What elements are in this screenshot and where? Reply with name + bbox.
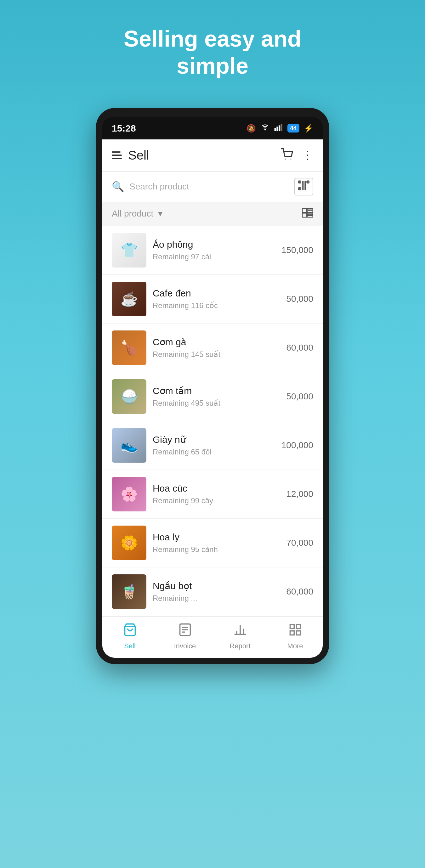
product-name-hoa-cuc: Hoa cúc bbox=[153, 483, 280, 494]
more-nav-icon bbox=[289, 623, 302, 640]
sell-nav-icon bbox=[123, 623, 137, 640]
filter-label: All product bbox=[112, 209, 153, 219]
product-item-com-ga[interactable]: 🍗Cơm gàRemaining 145 suất60,000 bbox=[102, 323, 323, 372]
product-image-com-tam: 🍚 bbox=[112, 379, 146, 414]
product-remaining-ngau-bot: Remaining ... bbox=[153, 594, 280, 603]
svg-rect-18 bbox=[307, 208, 313, 210]
product-price-com-ga: 60,000 bbox=[286, 343, 313, 353]
svg-rect-4 bbox=[280, 124, 282, 131]
product-item-ngau-bot[interactable]: 🧋Ngầu bọtRemaining ...60,000 bbox=[102, 567, 323, 616]
wifi-icon bbox=[260, 124, 270, 133]
product-remaining-hoa-cuc: Remaining 99 cây bbox=[153, 496, 280, 505]
mute-icon: 🔕 bbox=[246, 124, 256, 133]
product-name-ao-phong: Áo phông bbox=[153, 239, 275, 250]
barcode-scanner-icon[interactable] bbox=[294, 178, 313, 195]
bottom-navigation: Sell Invoice bbox=[102, 616, 323, 658]
status-time: 15:28 bbox=[112, 123, 136, 134]
product-image-ngau-bot: 🧋 bbox=[112, 575, 146, 609]
svg-point-0 bbox=[264, 129, 266, 131]
svg-rect-32 bbox=[290, 624, 294, 628]
product-info-cafe-den: Cafe đenRemaining 116 cốc bbox=[153, 288, 280, 310]
product-info-com-ga: Cơm gàRemaining 145 suất bbox=[153, 336, 280, 359]
product-name-hoa-ly: Hoa ly bbox=[153, 532, 280, 542]
product-image-hoa-ly: 🌼 bbox=[112, 526, 146, 560]
search-placeholder: Search product bbox=[129, 182, 189, 192]
product-name-cafe-den: Cafe đen bbox=[153, 288, 280, 299]
nav-item-sell[interactable]: Sell bbox=[102, 617, 157, 658]
product-image-hoa-cuc: 🌸 bbox=[112, 477, 146, 512]
product-price-hoa-ly: 70,000 bbox=[286, 538, 313, 548]
product-image-giay-nu: 👟 bbox=[112, 428, 146, 463]
svg-rect-3 bbox=[279, 125, 280, 131]
nav-label-more: More bbox=[287, 642, 303, 650]
product-item-cafe-den[interactable]: ☕Cafe đenRemaining 116 cốc50,000 bbox=[102, 275, 323, 323]
status-bar: 15:28 🔕 bbox=[102, 117, 323, 140]
header-right: ⋮ bbox=[280, 148, 313, 162]
hamburger-menu-icon[interactable] bbox=[112, 151, 122, 159]
app-header: Sell ⋮ bbox=[102, 140, 323, 172]
svg-rect-22 bbox=[307, 216, 313, 217]
nav-item-invoice[interactable]: Invoice bbox=[157, 617, 212, 658]
product-remaining-com-tam: Remaining 495 suất bbox=[153, 399, 280, 408]
product-remaining-ao-phong: Remaining 97 cái bbox=[153, 252, 275, 261]
view-toggle-icon[interactable] bbox=[302, 208, 313, 220]
svg-rect-11 bbox=[308, 182, 308, 182]
more-options-icon[interactable]: ⋮ bbox=[302, 149, 313, 162]
product-item-giay-nu[interactable]: 👟Giày nữRemaining 65 đôi100,000 bbox=[102, 421, 323, 470]
svg-rect-20 bbox=[302, 213, 306, 217]
product-item-hoa-ly[interactable]: 🌼Hoa lyRemaining 95 cành70,000 bbox=[102, 519, 323, 567]
product-remaining-hoa-ly: Remaining 95 cành bbox=[153, 545, 280, 554]
nav-label-sell: Sell bbox=[124, 642, 136, 650]
product-item-com-tam[interactable]: 🍚Cơm tấmRemaining 495 suất50,000 bbox=[102, 372, 323, 421]
product-image-ao-phong: 👕 bbox=[112, 233, 146, 268]
svg-rect-21 bbox=[307, 213, 313, 215]
svg-rect-17 bbox=[302, 208, 306, 212]
product-remaining-com-ga: Remaining 145 suất bbox=[153, 350, 280, 359]
product-image-com-ga: 🍗 bbox=[112, 331, 146, 365]
svg-rect-2 bbox=[276, 126, 278, 131]
charge-icon: ⚡ bbox=[304, 124, 313, 133]
product-price-com-tam: 50,000 bbox=[286, 392, 313, 402]
nav-item-report[interactable]: Report bbox=[212, 617, 268, 658]
svg-rect-19 bbox=[307, 211, 313, 212]
product-list: 👕Áo phôngRemaining 97 cái150,000☕Cafe đe… bbox=[102, 226, 323, 616]
search-icon: 🔍 bbox=[112, 181, 124, 193]
product-item-hoa-cuc[interactable]: 🌸Hoa cúcRemaining 99 cây12,000 bbox=[102, 470, 323, 519]
product-info-hoa-ly: Hoa lyRemaining 95 cành bbox=[153, 532, 280, 554]
product-name-com-ga: Cơm gà bbox=[153, 336, 280, 347]
header-left: Sell bbox=[112, 148, 149, 162]
svg-rect-33 bbox=[296, 624, 300, 628]
svg-point-6 bbox=[290, 159, 291, 160]
product-price-hoa-cuc: 12,000 bbox=[286, 489, 313, 499]
filter-bar: All product ▼ bbox=[102, 202, 323, 226]
phone-frame: 15:28 🔕 bbox=[96, 108, 329, 664]
product-remaining-giay-nu: Remaining 65 đôi bbox=[153, 447, 275, 456]
product-name-ngau-bot: Ngầu bọt bbox=[153, 580, 280, 591]
product-remaining-cafe-den: Remaining 116 cốc bbox=[153, 301, 280, 310]
svg-rect-12 bbox=[299, 188, 300, 189]
report-nav-icon bbox=[233, 623, 247, 640]
app-title: Sell bbox=[128, 148, 149, 162]
product-price-giay-nu: 100,000 bbox=[281, 440, 313, 451]
product-info-com-tam: Cơm tấmRemaining 495 suất bbox=[153, 385, 280, 408]
svg-rect-10 bbox=[299, 182, 300, 182]
app-content: Sell ⋮ 🔍 Search product bbox=[102, 140, 323, 658]
status-icons: 🔕 44 ⚡ bbox=[246, 124, 313, 133]
product-price-cafe-den: 50,000 bbox=[286, 294, 313, 304]
product-info-ao-phong: Áo phôngRemaining 97 cái bbox=[153, 239, 275, 261]
hero-title: Selling easy and simple bbox=[87, 25, 338, 80]
svg-rect-34 bbox=[290, 631, 294, 635]
nav-label-report: Report bbox=[230, 642, 250, 650]
svg-rect-1 bbox=[274, 128, 276, 131]
search-input-area[interactable]: 🔍 Search product bbox=[112, 181, 294, 193]
product-info-hoa-cuc: Hoa cúcRemaining 99 cây bbox=[153, 483, 280, 505]
nav-item-more[interactable]: More bbox=[268, 617, 323, 658]
cart-icon[interactable] bbox=[280, 148, 293, 162]
product-item-ao-phong[interactable]: 👕Áo phôngRemaining 97 cái150,000 bbox=[102, 226, 323, 275]
product-info-ngau-bot: Ngầu bọtRemaining ... bbox=[153, 580, 280, 603]
product-name-com-tam: Cơm tấm bbox=[153, 385, 280, 396]
product-info-giay-nu: Giày nữRemaining 65 đôi bbox=[153, 434, 275, 456]
dropdown-arrow-icon: ▼ bbox=[156, 209, 164, 218]
battery-indicator: 44 bbox=[287, 124, 299, 132]
category-filter-dropdown[interactable]: All product ▼ bbox=[112, 209, 164, 219]
